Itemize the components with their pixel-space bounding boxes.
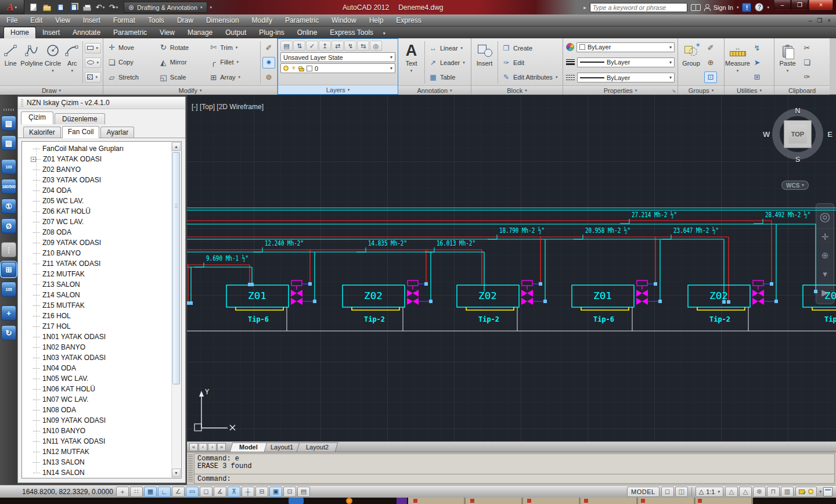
chevron-down-icon[interactable]: ▾ xyxy=(669,60,672,65)
palette-tab[interactable]: Düzenleme xyxy=(55,113,105,124)
menu-item[interactable]: File xyxy=(0,16,24,24)
chevron-down-icon[interactable]: ▾ xyxy=(116,5,118,10)
viewcube-south[interactable]: S xyxy=(795,155,801,164)
tree-item[interactable]: 1N10 BANYO xyxy=(22,426,181,436)
block-tool-button[interactable]: ❐ Create xyxy=(500,42,559,53)
search-binoculars-icon[interactable] xyxy=(691,4,701,10)
left-toolbar-icon[interactable]: Ø xyxy=(1,218,16,233)
modify-side-button[interactable]: ✷ xyxy=(262,57,275,69)
chevron-down-icon[interactable]: ▾ xyxy=(737,5,739,10)
collapse-arrow-icon[interactable]: ▸ xyxy=(583,5,586,10)
qat-button[interactable] xyxy=(54,1,66,13)
tree-item[interactable]: Z12 MUTFAK xyxy=(22,269,181,279)
tree-item[interactable]: Z09 YATAK ODASI xyxy=(22,237,181,248)
drawing-window-button[interactable]: – xyxy=(809,17,812,24)
tree-item[interactable]: 1N04 ODA xyxy=(22,363,181,373)
tree-item[interactable]: 1N14 SALON xyxy=(22,467,181,478)
layer-tool-button[interactable]: ⇆ xyxy=(357,41,369,51)
coordinates-display[interactable]: 1648.8200, 822.3329, 0.0000 xyxy=(0,488,116,496)
chevron-down-icon[interactable]: ▾ xyxy=(239,75,241,80)
tree-item[interactable]: 1N06 KAT HOLÜ xyxy=(22,384,181,394)
ribbon-tab[interactable]: View xyxy=(153,27,181,38)
tree-item[interactable]: Z08 ODA xyxy=(22,227,181,237)
group-side-button[interactable]: ✐ xyxy=(704,42,717,54)
group-button[interactable]: ✷ Group xyxy=(679,39,703,85)
navbar-icon[interactable]: ▾ xyxy=(823,269,827,279)
status-toggle-button[interactable]: ⊡ xyxy=(283,487,296,497)
left-toolbar-icon[interactable]: ↻ xyxy=(1,325,16,340)
drawing-canvas[interactable]: [-] [Top] [2D Wireframe] 27.214 Mh-2 ½"2… xyxy=(187,95,836,441)
draw-mini-button[interactable]: ▾ xyxy=(85,72,101,82)
viewcube[interactable]: N S W E TOP xyxy=(772,109,823,160)
tree-item[interactable]: Z11 YATAK ODASI xyxy=(22,258,181,269)
tree-item[interactable]: Z17 HOL xyxy=(22,321,181,332)
qat-button[interactable] xyxy=(41,1,53,13)
status-toggle-button[interactable]: ∠ xyxy=(172,487,185,497)
modify-tool-button[interactable]: ◱ Scale xyxy=(157,70,206,85)
layout-nav-button[interactable]: › xyxy=(208,443,217,451)
circle-tool-button[interactable]: Circle ▾ xyxy=(44,39,62,85)
chevron-down-icon[interactable]: ▾ xyxy=(96,46,98,51)
block-panel-title[interactable]: Block▾ xyxy=(471,85,563,95)
palette-subtab[interactable]: Fan Coil xyxy=(62,126,100,138)
navbar-icon[interactable]: ⊕ xyxy=(821,250,829,261)
modify-tool-button[interactable]: ╭ Fillet ▾ xyxy=(207,55,258,70)
chevron-down-icon[interactable]: ▾ xyxy=(556,75,558,80)
tree-item[interactable]: Z04 ODA xyxy=(22,185,181,196)
qat-customize-button[interactable]: ▾ xyxy=(210,5,212,10)
navbar-icon[interactable]: ▶ xyxy=(821,287,828,298)
viewcube-east[interactable]: E xyxy=(827,130,833,139)
menu-item[interactable]: Parametric xyxy=(279,16,325,24)
tree-item[interactable]: 1N03 YATAK ODASI xyxy=(22,352,181,363)
linetype-combo[interactable]: ByLayer ▾ xyxy=(577,73,675,82)
layer-state-combo[interactable]: Unsaved Layer State▾ xyxy=(280,52,395,62)
tree-item[interactable]: Z03 YATAK ODASI xyxy=(22,175,181,185)
chevron-down-icon[interactable]: ▾ xyxy=(390,55,392,60)
tree-item[interactable]: Z07 WC LAV. xyxy=(22,217,181,227)
tree-item[interactable]: Z14 SALON xyxy=(22,290,181,300)
draw-panel-title[interactable]: Draw▾ xyxy=(0,85,103,95)
left-toolbar-icon[interactable]: ▨ xyxy=(1,135,16,150)
paste-button[interactable]: Paste ▾ xyxy=(776,39,799,85)
layer-tool-button[interactable]: ✓ xyxy=(306,41,318,51)
qat-button[interactable]: ↷ ▾ xyxy=(107,1,120,13)
expand-icon[interactable]: + xyxy=(31,157,36,162)
polyline-tool-button[interactable]: Polyline xyxy=(20,39,43,85)
tree-item[interactable]: Z15 MUTFAK xyxy=(22,300,181,311)
tree-item[interactable]: + Z01 YATAK ODASI xyxy=(22,154,181,164)
status-tool-button[interactable]: △ xyxy=(725,487,738,497)
status-toggle-button[interactable]: ┼ xyxy=(242,487,254,497)
chevron-down-icon[interactable]: ▾ xyxy=(236,60,239,64)
viewcube-top-face[interactable]: TOP xyxy=(784,120,812,148)
layer-tool-button[interactable]: ◎ xyxy=(370,41,382,51)
utility-side-button[interactable]: ↯ xyxy=(751,42,763,54)
isolate-objects-button[interactable]: ✓ xyxy=(795,487,817,497)
lineweight-combo[interactable]: ByLayer ▾ xyxy=(577,57,675,67)
block-tool-button[interactable]: ✑ Edit xyxy=(500,57,559,68)
tree-item[interactable]: 1N08 ODA xyxy=(22,405,181,415)
layers-panel-title[interactable]: Layers▾ xyxy=(278,85,398,94)
exchange-apps-icon[interactable]: ! xyxy=(742,3,751,12)
status-tool-button[interactable]: ▥ xyxy=(781,487,794,497)
palette-subtab[interactable]: Ayarlar xyxy=(100,127,134,138)
left-toolbar-icon[interactable]: ① xyxy=(1,199,16,214)
status-tool-button[interactable]: △ xyxy=(739,487,752,497)
status-toggle-button[interactable]: ⊼ xyxy=(228,487,240,497)
chevron-down-icon[interactable]: ▾ xyxy=(767,5,769,10)
tree-item[interactable]: 1N13 SALON xyxy=(22,457,181,467)
modify-tool-button[interactable]: ▱ Stretch xyxy=(106,70,156,85)
viewcube-north[interactable]: N xyxy=(795,106,800,115)
clipboard-side-button[interactable]: ❏ xyxy=(801,57,813,69)
status-toggle-button[interactable]: ∟ xyxy=(158,487,171,497)
chevron-down-icon[interactable]: ▾ xyxy=(52,67,54,74)
object-color-combo[interactable]: ByLayer ▾ xyxy=(576,42,675,52)
ribbon-tab[interactable]: Output xyxy=(219,27,253,38)
arc-tool-button[interactable]: Arc ▾ xyxy=(63,39,81,85)
status-toggle-button[interactable]: ◻ xyxy=(200,487,212,497)
menu-item[interactable]: Insert xyxy=(77,16,107,24)
utility-side-button[interactable]: ⊞ xyxy=(751,71,763,83)
viewport-controls[interactable]: [-] [Top] [2D Wireframe] xyxy=(192,103,264,111)
qat-button[interactable] xyxy=(67,1,80,13)
line-tool-button[interactable]: Line xyxy=(1,39,20,85)
command-input[interactable]: Command: xyxy=(194,474,835,484)
